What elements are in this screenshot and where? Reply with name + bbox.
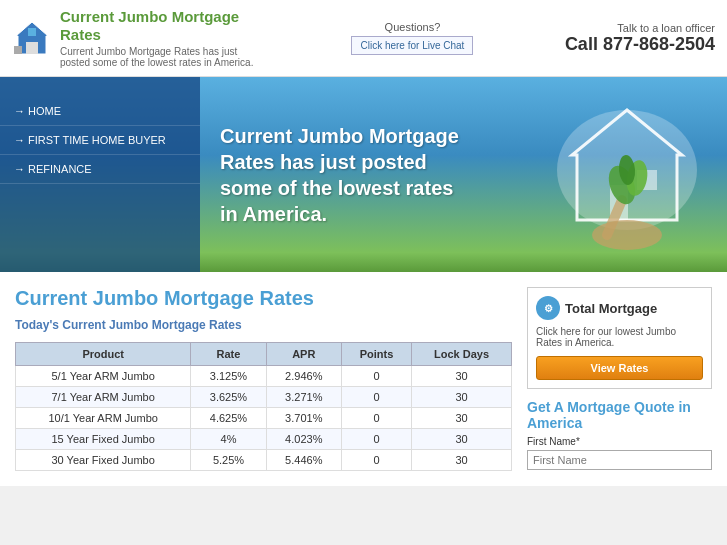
table-row: 5/1 Year ARM Jumbo3.125%2.946%030 <box>16 366 512 387</box>
col-lockdays: Lock Days <box>412 343 512 366</box>
nav-home[interactable]: → HOME <box>0 97 200 126</box>
sidebar: ⚙ Total Mortgage Click here for our lowe… <box>527 287 712 471</box>
total-mortgage-title: Total Mortgage <box>565 301 657 316</box>
first-name-label: First Name* <box>527 436 712 447</box>
hero-image <box>487 77 727 272</box>
logo-area: Current Jumbo Mortgage Rates Current Jum… <box>12 8 260 68</box>
view-rates-button[interactable]: View Rates <box>536 356 703 380</box>
hero-navigation: → HOME → FIRST TIME HOME BUYER → REFINAN… <box>0 77 200 272</box>
col-apr: APR <box>266 343 341 366</box>
first-name-input[interactable] <box>527 450 712 470</box>
table-row: 10/1 Year ARM Jumbo4.625%3.701%030 <box>16 408 512 429</box>
talk-label: Talk to a loan officer <box>565 22 715 34</box>
col-product: Product <box>16 343 191 366</box>
table-header-row: Product Rate APR Points Lock Days <box>16 343 512 366</box>
live-chat-link[interactable]: Click here for Live Chat <box>351 36 473 55</box>
total-mortgage-header: ⚙ Total Mortgage <box>536 296 703 320</box>
site-header: Current Jumbo Mortgage Rates Current Jum… <box>0 0 727 77</box>
house-logo-icon <box>12 18 52 58</box>
table-row: 30 Year Fixed Jumbo5.25%5.446%030 <box>16 450 512 471</box>
total-mortgage-box: ⚙ Total Mortgage Click here for our lowe… <box>527 287 712 389</box>
nav-first-time[interactable]: → FIRST TIME HOME BUYER <box>0 126 200 155</box>
svg-rect-1 <box>26 42 38 54</box>
logo-line2: Rates <box>60 26 101 43</box>
phone-number: Call 877-868-2504 <box>565 34 715 55</box>
sidebar-description: Click here for our lowest Jumbo Rates in… <box>536 326 703 348</box>
logo-link[interactable]: Current Jumbo Mortgage Rates <box>60 8 260 44</box>
questions-label: Questions? <box>351 21 473 33</box>
svg-rect-3 <box>14 46 22 54</box>
logo-line1: Current Jumbo Mortgage <box>60 8 239 25</box>
logo-tagline: Current Jumbo Mortgage Rates has just po… <box>60 46 260 68</box>
main-wrapper: Current Jumbo Mortgage Rates Today's Cur… <box>0 272 727 486</box>
sub-title: Today's Current Jumbo Mortgage Rates <box>15 318 512 332</box>
hero-illustration <box>507 90 707 260</box>
col-points: Points <box>341 343 411 366</box>
page-title: Current Jumbo Mortgage Rates <box>15 287 512 310</box>
col-rate: Rate <box>191 343 266 366</box>
header-questions: Questions? Click here for Live Chat <box>351 21 473 55</box>
logo-text-block: Current Jumbo Mortgage Rates Current Jum… <box>60 8 260 68</box>
hero-text: Current Jumbo Mortgage Rates has just po… <box>220 123 460 227</box>
nav-refinance[interactable]: → REFINANCE <box>0 155 200 184</box>
header-contact: Talk to a loan officer Call 877-868-2504 <box>565 22 715 55</box>
rates-table: Product Rate APR Points Lock Days 5/1 Ye… <box>15 342 512 471</box>
total-logo-icon: ⚙ <box>536 296 560 320</box>
main-content: Current Jumbo Mortgage Rates Today's Cur… <box>15 287 527 471</box>
hero-content: Current Jumbo Mortgage Rates has just po… <box>200 77 487 272</box>
table-row: 7/1 Year ARM Jumbo3.625%3.271%030 <box>16 387 512 408</box>
svg-rect-2 <box>28 28 36 36</box>
table-row: 15 Year Fixed Jumbo4%4.023%030 <box>16 429 512 450</box>
hero-banner: → HOME → FIRST TIME HOME BUYER → REFINAN… <box>0 77 727 272</box>
quote-title: Get A Mortgage Quote in America <box>527 399 712 431</box>
